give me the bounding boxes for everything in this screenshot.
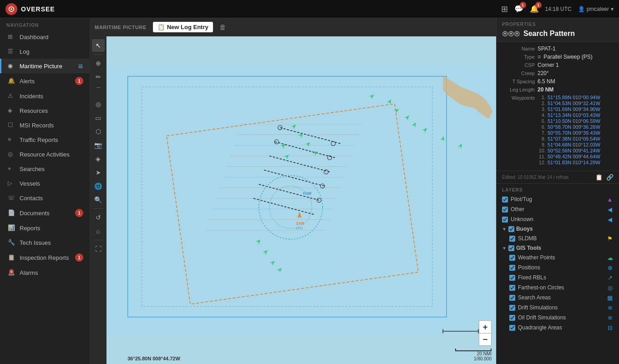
map-canvas[interactable]: SAR LFU FoW <box>107 36 496 364</box>
layer-item-other[interactable]: Other ◀ <box>497 204 619 214</box>
link-icon[interactable]: 🔗 <box>606 174 614 181</box>
sidebar-item-traffic-reports[interactable]: ≡ Traffic Reports <box>0 132 90 147</box>
sidebar-item-msi-records[interactable]: ☐ MSI Records <box>0 118 90 132</box>
polygon-tool[interactable]: ⬡ <box>92 125 105 138</box>
globe-tool[interactable]: 🌐 <box>92 180 105 192</box>
layer-checkbox-buoys[interactable] <box>508 226 514 232</box>
layer-item-weather-points[interactable]: Weather Points ☁ <box>497 253 619 263</box>
layer-checkbox-gis-tools[interactable] <box>508 245 514 251</box>
layer-checkbox-search-areas[interactable] <box>509 295 515 301</box>
zoom-out-button[interactable]: − <box>479 333 492 346</box>
sidebar-item-documents[interactable]: 📄 Documents 1 <box>0 205 90 221</box>
waypoint-row[interactable]: 10.50°52.56N 009°41.24W <box>538 148 614 153</box>
waypoint-coord[interactable]: 50°58.70N 009°36.26W <box>548 124 600 130</box>
waypoint-row[interactable]: 12.51°01.83N 010°14.29W <box>538 160 614 165</box>
sidebar-item-tech-issues[interactable]: 🔧 Tech Issues <box>0 235 90 250</box>
sidebar-item-contacts[interactable]: ☏ Contacts <box>0 191 90 205</box>
camera-tool[interactable]: 📷 <box>92 139 105 152</box>
sidebar-item-alarms[interactable]: 🚨 Alarms <box>0 265 90 280</box>
waypoint-row[interactable]: 2.51°04.53N 009°32.41W <box>538 101 614 106</box>
sidebar-item-alerts[interactable]: 🔔 Alerts 1 <box>0 73 90 89</box>
sidebar-item-log[interactable]: ☰ Log <box>0 44 90 59</box>
layer-item-buoys[interactable]: ▼ Buoys <box>497 224 619 233</box>
layer-icon-sldmb: ⚑ <box>606 235 614 242</box>
layer-checkbox-quadrangle-areas[interactable] <box>509 325 515 331</box>
waypoint-coord[interactable]: 51°04.53N 009°32.41W <box>548 101 600 106</box>
layer-checkbox-sldmb[interactable] <box>509 236 515 242</box>
sidebar-item-incidents[interactable]: ⚠ Incidents <box>0 89 90 103</box>
history-tool[interactable]: ↺ <box>92 211 105 224</box>
layer-checkbox-weather-points[interactable] <box>509 255 515 261</box>
layer-item-farthest-on-circles[interactable]: Farthest-on Circles ◎ <box>497 283 619 293</box>
arrow-tool[interactable]: ➤ <box>92 166 105 179</box>
waypoint-coord[interactable]: 51°15.89N 010°00.94W <box>548 95 600 100</box>
layer-checkbox-unknown[interactable] <box>502 217 508 222</box>
layer-item-gis-tools[interactable]: ▼ GIS Tools <box>497 243 619 253</box>
layer-checkbox-drift-simulations[interactable] <box>509 305 515 311</box>
layer-item-fixed-rbls[interactable]: Fixed RBLs ↗ <box>497 273 619 283</box>
layer-name-search-areas: Search Areas <box>518 294 604 301</box>
waypoint-row[interactable]: 3.51°01.69N 009°34.90W <box>538 106 614 112</box>
waypoint-coord[interactable]: 51°10.50N 010°06.59W <box>548 118 600 124</box>
layer-item-pilot-tug[interactable]: Pilot/Tug ▲ <box>497 194 619 204</box>
layer-item-search-areas[interactable]: Search Areas ▦ <box>497 293 619 303</box>
waypoint-coord[interactable]: 50°49.42N 009°44.64W <box>548 154 600 159</box>
waypoint-row[interactable]: 9.51°04.68N 010°12.03W <box>538 142 614 147</box>
compass-tool[interactable]: ◎ <box>92 98 105 111</box>
layer-checkbox-positions[interactable] <box>509 265 515 271</box>
zoom-fit-tool[interactable]: ⊕ <box>92 57 105 70</box>
waypoint-row[interactable]: 6.50°58.70N 009°36.26W <box>538 124 614 130</box>
rectangle-tool[interactable]: ▭ <box>92 111 105 124</box>
layer-checkbox-fixed-rbls[interactable] <box>509 275 515 281</box>
select2-tool[interactable]: ◈ <box>92 152 105 165</box>
zoom-in-button[interactable]: + <box>479 320 492 333</box>
layer-checkbox-farthest-on-circles[interactable] <box>509 285 515 291</box>
bell-icon[interactable]: 🔔 1 <box>530 5 539 13</box>
sidebar-item-resource-activities[interactable]: ◎ Resource Activities <box>0 147 90 162</box>
layer-item-unknown[interactable]: Unknown ◀ <box>497 214 619 224</box>
select-tool[interactable]: ↖ <box>92 39 105 52</box>
chat-icon[interactable]: 💬 1 <box>514 5 523 13</box>
delete-button[interactable]: 🗑 <box>217 21 229 33</box>
sidebar-item-reports[interactable]: 📊 Reports <box>0 221 90 235</box>
waypoint-coord[interactable]: 51°07.38N 010°09.54W <box>548 136 600 142</box>
waypoint-coord[interactable]: 51°01.83N 010°14.29W <box>548 160 600 165</box>
sidebar-item-inspection-reports[interactable]: 📋 Inspection Reports 1 <box>0 250 90 265</box>
layer-item-quadrangle-areas[interactable]: Quadrangle Areas ⊟ <box>497 323 619 333</box>
waypoint-row[interactable]: 7.50°55.70N 009°39.43W <box>538 130 614 136</box>
zoom-in-tool[interactable]: 🔍 <box>92 193 105 206</box>
waypoint-row[interactable]: 8.51°07.38N 010°09.54W <box>538 136 614 142</box>
sidebar-item-maritime-picture[interactable]: ◉ Maritime Picture 🖥 <box>0 59 90 73</box>
layer-checkbox-oil-drift-simulations[interactable] <box>509 315 515 321</box>
sidebar-item-vessels[interactable]: ▷ Vessels <box>0 176 90 191</box>
waypoint-row[interactable]: 11.50°49.42N 009°44.64W <box>538 154 614 159</box>
waypoint-coord[interactable]: 51°13.34N 010°03.43W <box>548 112 600 118</box>
prop-csp-label: CSP <box>502 62 535 68</box>
top-user[interactable]: 👤 pmcaleer ▾ <box>578 6 614 12</box>
copy-icon[interactable]: 📋 <box>595 174 603 181</box>
layer-checkbox-pilot-tug[interactable] <box>502 197 508 202</box>
waypoint-row[interactable]: 1.51°15.89N 010°00.94W <box>538 95 614 100</box>
sidebar-label-traffic-reports: Traffic Reports <box>20 136 58 143</box>
layer-checkbox-other[interactable] <box>502 207 508 212</box>
waypoint-row[interactable]: 5.51°10.50N 010°06.59W <box>538 118 614 124</box>
new-log-entry-button[interactable]: 📋 New Log Entry <box>153 22 213 32</box>
waypoint-coord[interactable]: 51°04.68N 010°12.03W <box>548 142 600 147</box>
layer-item-drift-simulations[interactable]: Drift Simulations ≋ <box>497 303 619 313</box>
fullscreen-tool[interactable]: ⛶ <box>92 243 105 255</box>
home-tool[interactable]: ⌂ <box>92 225 105 238</box>
curve-tool[interactable]: ⌒ <box>92 84 105 97</box>
layer-item-positions[interactable]: Positions ⊕ <box>497 263 619 273</box>
waypoint-row[interactable]: 4.51°13.34N 010°03.43W <box>538 112 614 118</box>
layer-item-oil-drift-simulations[interactable]: Oil Drift Simulations ≋ <box>497 313 619 323</box>
pencil-tool[interactable]: ✏ <box>92 71 105 83</box>
map-container[interactable]: ↖ ⊕ ✏ ⌒ ◎ ▭ ⬡ 📷 ◈ ➤ 🌐 🔍 ↺ ⌂ ⛶ <box>90 36 496 364</box>
sidebar-item-resources[interactable]: ◈ Resources <box>0 103 90 118</box>
waypoint-coord[interactable]: 50°52.56N 009°41.24W <box>548 148 600 153</box>
waypoint-coord[interactable]: 51°01.69N 009°34.90W <box>548 106 600 112</box>
layer-item-sldmb[interactable]: SLDMB ⚑ <box>497 233 619 243</box>
sidebar-item-dashboard[interactable]: ⊞ Dashboard <box>0 30 90 44</box>
waypoint-coord[interactable]: 50°55.70N 009°39.43W <box>548 130 600 136</box>
sidebar-item-searches[interactable]: ⌖ Searches <box>0 162 90 176</box>
grid-icon[interactable]: ⊞ <box>501 4 508 14</box>
